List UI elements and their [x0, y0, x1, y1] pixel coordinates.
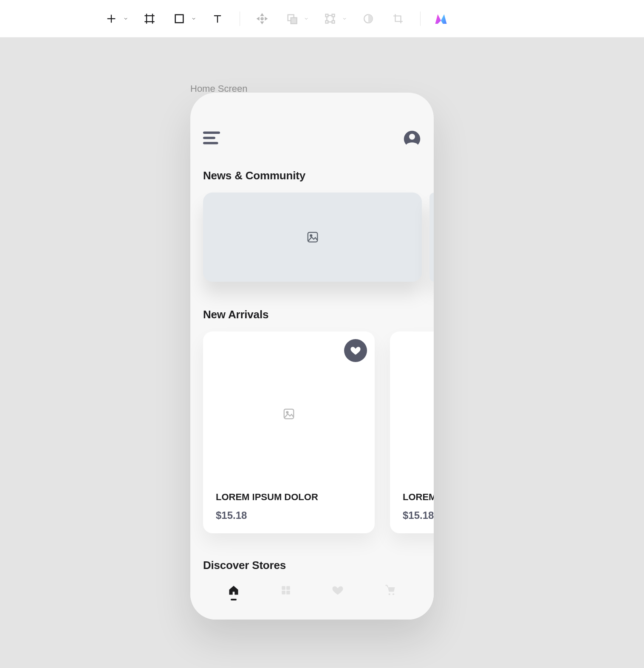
product-card[interactable]: LOREM $15.18 [390, 331, 434, 533]
svg-rect-24 [203, 142, 218, 144]
favorite-button[interactable] [344, 339, 367, 362]
svg-point-10 [261, 17, 263, 20]
svg-point-30 [286, 411, 288, 413]
heart-icon [332, 584, 344, 596]
svg-rect-16 [332, 20, 335, 23]
frame-tool[interactable] [140, 9, 159, 28]
vector-tool-chevron[interactable] [341, 16, 348, 21]
news-card-peek[interactable] [429, 192, 434, 282]
shape-tool-chevron[interactable] [190, 16, 197, 21]
arrivals-section-title: New Arrivals [203, 308, 434, 321]
nav-home[interactable] [228, 584, 240, 600]
svg-point-28 [310, 235, 312, 236]
mask-tool[interactable] [359, 9, 378, 28]
nav-catalog[interactable] [280, 585, 291, 600]
image-placeholder-icon [282, 408, 295, 420]
arrivals-row: LOREM IPSUM DOLOR $15.18 LOREM $15.18 [203, 331, 434, 533]
image-placeholder-icon [306, 231, 319, 243]
design-canvas[interactable]: Home Screen News & Community [0, 37, 644, 668]
product-image-area [398, 339, 434, 488]
arrivals-section: New Arrivals [203, 308, 434, 533]
profile-icon[interactable] [403, 130, 421, 148]
product-card[interactable]: LOREM IPSUM DOLOR $15.18 [203, 331, 375, 533]
news-row [203, 192, 434, 282]
svg-rect-34 [286, 591, 290, 594]
product-name: LOREM IPSUM DOLOR [211, 492, 367, 503]
svg-rect-12 [291, 17, 297, 23]
vector-tool-group [321, 9, 348, 28]
svg-point-26 [409, 134, 415, 140]
svg-point-36 [393, 593, 394, 595]
svg-rect-33 [282, 591, 285, 594]
svg-rect-23 [203, 137, 215, 139]
product-image-area [211, 339, 367, 488]
svg-rect-31 [282, 586, 285, 590]
discover-section: Discover Stores [203, 559, 434, 572]
design-toolbar [0, 0, 644, 37]
app-header [190, 93, 434, 148]
heart-icon [350, 345, 361, 356]
nav-indicator [231, 599, 237, 600]
svg-point-35 [389, 593, 390, 595]
nav-favorites[interactable] [332, 584, 344, 600]
toolbar-divider-2 [420, 11, 421, 26]
shape-tool-group [170, 9, 197, 28]
svg-rect-32 [286, 586, 290, 590]
svg-rect-14 [332, 14, 335, 17]
text-tool[interactable] [208, 9, 227, 28]
product-name: LOREM [398, 492, 434, 503]
discover-section-title: Discover Stores [203, 559, 434, 572]
add-tool[interactable] [102, 9, 121, 28]
boolean-tool-group [282, 9, 310, 28]
boolean-tool[interactable] [282, 9, 301, 28]
product-price: $15.18 [211, 509, 367, 526]
app-logo-icon[interactable] [433, 11, 449, 26]
move-tool[interactable] [253, 9, 271, 28]
svg-rect-6 [175, 14, 184, 23]
crop-tool[interactable] [389, 9, 407, 28]
svg-rect-22 [203, 131, 220, 134]
app-scroll-area[interactable]: News & Community New Arrivals [190, 148, 434, 620]
add-tool-group [102, 9, 129, 28]
vector-tool[interactable] [321, 9, 339, 28]
home-icon [228, 584, 240, 596]
bottom-nav [190, 573, 434, 620]
add-tool-chevron[interactable] [122, 16, 129, 21]
nav-cart[interactable] [384, 584, 396, 600]
grid-icon [280, 585, 291, 596]
news-card[interactable] [203, 192, 422, 282]
menu-icon[interactable] [203, 131, 222, 147]
toolbar-divider [240, 11, 240, 26]
shape-tool[interactable] [170, 9, 189, 28]
svg-rect-13 [326, 14, 328, 17]
boolean-tool-chevron[interactable] [303, 16, 310, 21]
svg-rect-15 [326, 20, 328, 23]
product-price: $15.18 [398, 509, 434, 526]
news-section-title: News & Community [203, 169, 434, 182]
phone-frame[interactable]: News & Community New Arrivals [190, 93, 434, 620]
cart-icon [384, 584, 396, 596]
